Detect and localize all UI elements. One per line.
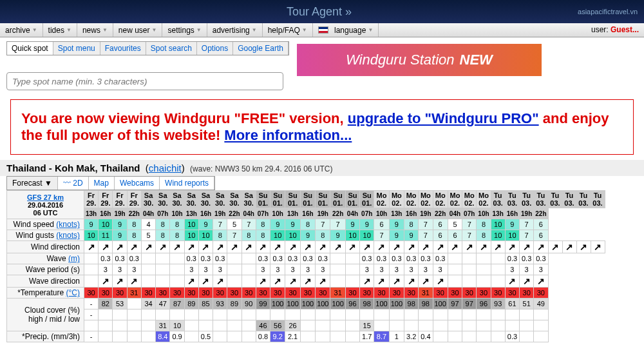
arrow-icon: ↗ (537, 276, 545, 286)
tab-favourites[interactable]: Favourites (100, 42, 146, 55)
row-label: Wind gusts (knots) (7, 230, 84, 241)
arrow-icon: ↗ (537, 242, 545, 252)
wave-icon: 〰 (63, 179, 71, 188)
chevron-down-icon: ▼ (196, 27, 202, 33)
menu-news[interactable]: news▼ (77, 23, 113, 37)
hour-header: 22h (127, 208, 141, 219)
arrow-icon: ↗ (508, 242, 516, 252)
arrow-icon: ↗ (187, 276, 195, 286)
row-label: Wind direction (7, 241, 84, 253)
chevron-down-icon: ▼ (302, 27, 307, 33)
station-banner[interactable]: Windguru Station NEW (297, 44, 542, 76)
menu-newuser[interactable]: new user▼ (113, 23, 163, 37)
arrow-icon: ↗ (173, 242, 181, 252)
arrow-icon: ↗ (130, 276, 138, 286)
day-header: Tu03. (576, 191, 591, 208)
day-header: Fr29. (127, 191, 141, 208)
hour-header: 19h (316, 208, 330, 219)
unit-link[interactable]: (knots) (56, 231, 80, 240)
forecast-tabs: Forecast ▼〰 2DMapWebcamsWind reports (6, 176, 215, 190)
tour-agent-link[interactable]: Tour Agent » (287, 5, 352, 19)
day-header: Su01. (256, 191, 270, 208)
day-header: Mo02. (433, 191, 448, 208)
day-header: Sa30. (198, 191, 213, 208)
arrow-icon: ↗ (393, 276, 401, 286)
location-bar: Thailand - Koh Mak, Thailand (chaichit) … (0, 160, 644, 176)
more-info-link[interactable]: More information... (224, 127, 352, 143)
station-new-badge: NEW (460, 52, 493, 68)
arrow-icon: ↗ (259, 242, 267, 252)
location-region: Thailand - Koh Mak, Thailand (6, 162, 140, 173)
fctab-forecast[interactable]: Forecast ▼ (7, 177, 58, 190)
tab-spot-menu[interactable]: Spot menu (53, 42, 100, 55)
hour-header: 13h (84, 208, 99, 219)
arrow-icon: ↗ (274, 276, 281, 286)
arrow-icon: ↗ (88, 242, 95, 252)
menu-language[interactable]: language▼ (313, 23, 379, 37)
hour-header: 22h (330, 208, 345, 219)
user-label: user: Guest... (586, 23, 644, 37)
day-header: Tu03. (548, 191, 562, 208)
day-header: Mo02. (374, 191, 389, 208)
chevron-down-icon: ▼ (102, 27, 108, 33)
hour-header: 19h (520, 208, 534, 219)
day-header: Mo02. (477, 191, 491, 208)
day-header: Mo02. (404, 191, 419, 208)
day-header: Tu03. (505, 191, 519, 208)
fctab-2d[interactable]: 〰 2D (58, 177, 89, 190)
menu-tides[interactable]: tides▼ (43, 23, 77, 37)
location-user-link[interactable]: chaichit (149, 162, 182, 173)
hour-header: 04h (345, 208, 359, 219)
day-header: Sa30. (170, 191, 184, 208)
arrow-icon: ↗ (348, 242, 356, 252)
arrow-icon: ↗ (377, 242, 385, 252)
arrow-icon: ↗ (422, 276, 430, 286)
unit-link[interactable]: (°C) (66, 288, 80, 297)
menu-help[interactable]: help/FAQ▼ (263, 23, 313, 37)
tab-options[interactable]: Options (197, 42, 233, 55)
sponsor-link[interactable]: asiapacifictravel.vn (578, 8, 638, 15)
spot-tabs: Quick spotSpot menuFavouritesSpot search… (6, 41, 289, 55)
hour-header: 22h (534, 208, 548, 219)
tab-quick-spot[interactable]: Quick spot (7, 42, 53, 55)
menu-settings[interactable]: settings▼ (162, 23, 207, 37)
arrow-icon: ↗ (289, 242, 297, 252)
hour-header: 16h (404, 208, 419, 219)
unit-link[interactable]: (knots) (56, 220, 80, 229)
fctab-webcams[interactable]: Webcams (115, 177, 160, 190)
day-header: Sa30. (184, 191, 198, 208)
tab-spot-search[interactable]: Spot search (146, 42, 197, 55)
menu-advertising[interactable]: advertising▼ (207, 23, 263, 37)
arrow-icon: ↗ (523, 242, 531, 252)
arrow-icon: ↗ (116, 242, 124, 252)
arrow-icon: ↗ (408, 276, 415, 286)
fctab-map[interactable]: Map (89, 177, 115, 190)
chevron-down-icon: ▼ (252, 27, 257, 33)
hour-header: 13h (184, 208, 198, 219)
arrow-icon: ↗ (259, 276, 267, 286)
hour-header: 10h (374, 208, 389, 219)
upgrade-link[interactable]: upgrade to "Windguru PRO" (348, 110, 539, 126)
chevron-down-icon: ▼ (32, 27, 37, 33)
day-header: Su01. (316, 191, 330, 208)
guest-link[interactable]: Guest... (611, 25, 639, 34)
arrow-icon: ↗ (216, 276, 224, 286)
station-text: Windguru Station (346, 52, 455, 68)
model-link[interactable]: GFS 27 km (27, 193, 64, 201)
unit-link[interactable]: (m) (68, 254, 80, 263)
hour-header: 19h (419, 208, 433, 219)
promo-banner: You are now viewing Windguru "FREE" vers… (10, 99, 634, 155)
arrow-icon: ↗ (466, 242, 473, 252)
menu-archive[interactable]: archive▼ (0, 23, 43, 37)
day-header: Fr29. (84, 191, 99, 208)
spot-search-input[interactable] (6, 72, 283, 90)
chevron-down-icon: ▼ (44, 179, 52, 188)
arrow-icon: ↗ (289, 276, 297, 286)
wave-info: (wave: NWW3 50 km 29.4. 2016 06 UTC) (190, 164, 332, 173)
arrow-icon: ↗ (319, 242, 327, 252)
arrow-icon: ↗ (363, 276, 371, 286)
chevron-down-icon: ▼ (66, 27, 71, 33)
arrow-icon: ↗ (187, 242, 195, 252)
fctab-wind-reports[interactable]: Wind reports (160, 177, 214, 190)
tab-google-earth[interactable]: Google Earth (233, 42, 289, 55)
